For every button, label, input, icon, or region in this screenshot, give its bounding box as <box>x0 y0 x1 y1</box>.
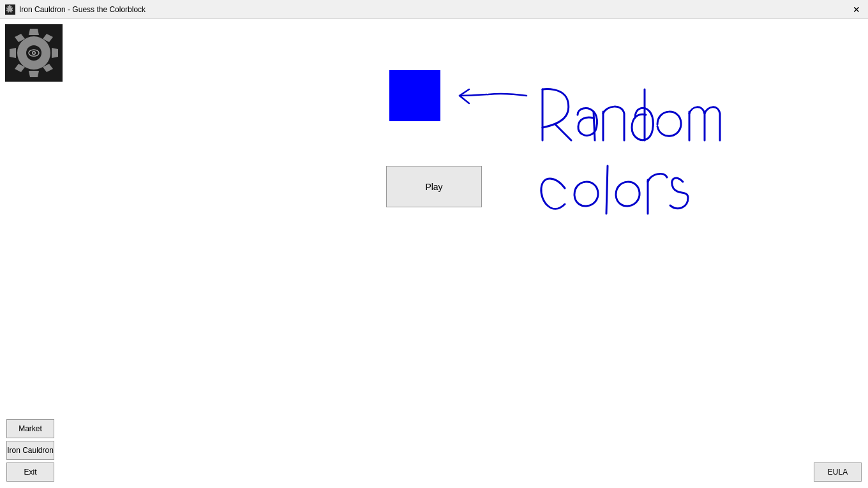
iron-cauldron-button[interactable]: Iron Cauldron <box>6 441 54 460</box>
color-block <box>389 70 440 121</box>
titlebar-title: Iron Cauldron - Guess the Colorblock <box>19 5 146 14</box>
market-button[interactable]: Market <box>6 419 54 438</box>
handwritten-text <box>530 70 817 236</box>
exit-button[interactable]: Exit <box>6 462 54 482</box>
arrow-container <box>447 77 523 115</box>
svg-point-14 <box>33 52 35 54</box>
eula-button[interactable]: EULA <box>814 462 862 482</box>
main-content: Play Market Iron Cauldron Exit EULA <box>0 19 868 488</box>
svg-marker-5 <box>52 48 58 58</box>
play-button[interactable]: Play <box>386 166 482 207</box>
bottom-buttons: Market Iron Cauldron Exit <box>6 419 54 482</box>
titlebar-left: Iron Cauldron - Guess the Colorblock <box>5 4 146 15</box>
titlebar: Iron Cauldron - Guess the Colorblock ✕ <box>0 0 868 19</box>
svg-marker-3 <box>29 71 39 77</box>
svg-marker-4 <box>10 48 16 58</box>
play-button-container: Play <box>386 166 482 207</box>
svg-marker-2 <box>29 29 39 35</box>
titlebar-icon <box>5 4 15 15</box>
app-logo <box>5 24 63 82</box>
close-button[interactable]: ✕ <box>850 3 863 16</box>
